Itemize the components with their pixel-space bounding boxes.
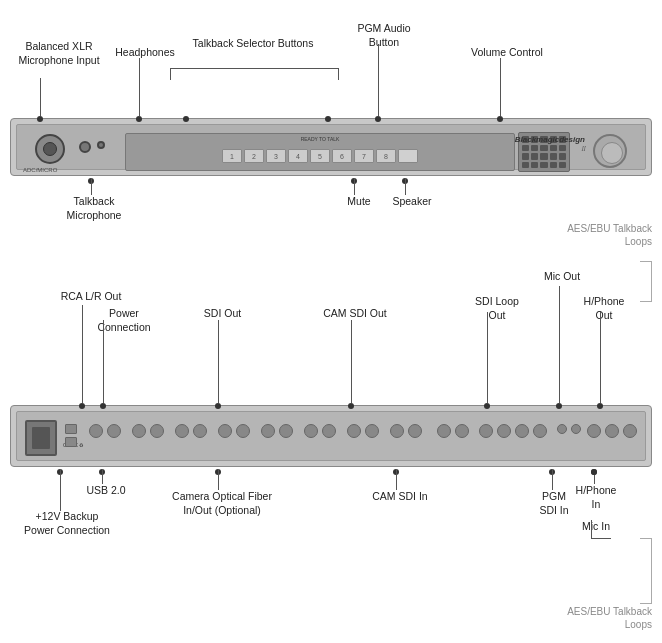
label-cam-sdi-in: CAM SDI In (365, 490, 435, 504)
label-talkback-mic: Talkback Microphone (60, 195, 128, 222)
label-aes-ebu-top: AES/EBU Talkback Loops (562, 222, 652, 248)
label-power-connection: Power Connection (88, 307, 160, 334)
button-grid: READY TO TALK 1 2 3 4 5 6 7 8 (125, 133, 515, 171)
diagram: ADC/MICRO READY TO TALK 1 2 3 4 5 6 7 8 (0, 0, 662, 643)
label-aes-ebu-bottom: AES/EBU Talkback Loops (562, 605, 652, 631)
label-speaker: Speaker (388, 195, 436, 209)
label-hphone-in: H/Phone In (572, 484, 620, 511)
rear-panel: CE FC ♻ (10, 405, 652, 467)
front-panel: ADC/MICRO READY TO TALK 1 2 3 4 5 6 7 8 (10, 118, 652, 176)
label-hphone-out: H/Phone Out (578, 295, 630, 322)
label-talkback-selector: Talkback Selector Buttons (157, 37, 349, 51)
label-sdi-loop-out: SDI Loop Out (466, 295, 528, 322)
label-usb: USB 2.0 (86, 484, 126, 498)
label-mic-in: Mic In (572, 520, 620, 534)
label-pgm-sdi-in: PGM SDI In (534, 490, 574, 517)
label-12v: +12V Backup Power Connection (22, 510, 112, 537)
label-mute: Mute (340, 195, 378, 209)
label-camera-optical: Camera Optical Fiber In/Out (Optional) (168, 490, 276, 517)
label-balanced-xlr: Balanced XLR Microphone Input (14, 40, 104, 67)
label-mic-out: Mic Out (542, 270, 582, 284)
label-pgm-audio: PGM Audio Button (348, 22, 420, 49)
volume-knob (593, 134, 627, 168)
label-volume-control: Volume Control (467, 46, 547, 60)
label-cam-sdi-out: CAM SDI Out (320, 307, 390, 321)
label-rca-lr: RCA L/R Out (57, 290, 125, 304)
label-sdi-out: SDI Out (195, 307, 250, 321)
